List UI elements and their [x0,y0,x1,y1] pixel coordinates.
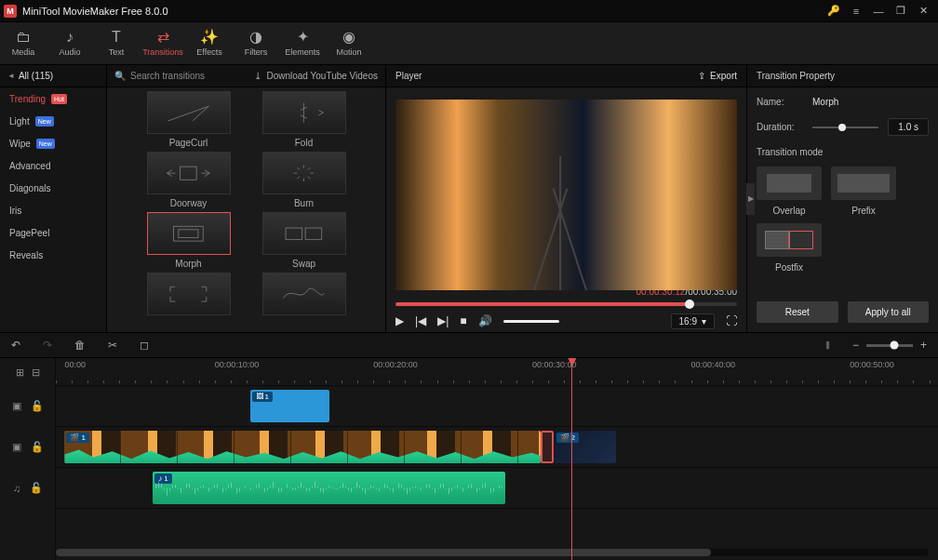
duration-slider[interactable] [812,127,878,128]
clip-audio-1[interactable]: ♪1 [153,472,505,504]
text-icon: T [112,30,121,45]
search-input[interactable]: 🔍Search transitions [107,71,247,81]
aspect-ratio-select[interactable]: 16:9▾ [671,313,715,329]
motion-icon: ◉ [342,30,355,45]
player-title: Player [395,71,422,81]
transition-next-1[interactable] [147,273,231,315]
scrub-track[interactable] [395,302,737,306]
track-lock-icon[interactable]: 🔓 [30,482,43,494]
redo-button[interactable]: ↷ [43,339,52,352]
track-image[interactable]: ▣🔓 🖼1 [56,386,938,427]
export-icon: ⇪ [698,71,705,81]
playhead[interactable] [571,358,572,560]
split-button[interactable]: ✂ [108,339,117,352]
transition-burn[interactable]: Burn [262,152,346,208]
track-type-video-icon: ▣ [12,441,21,453]
sparkle-icon: ✨ [200,30,219,45]
timeline-scrollbar[interactable] [56,549,929,556]
transitions-browser: 🔍Search transitions ⤓Download YouTube Vi… [107,65,386,332]
sidebar-item-wipe[interactable]: WipeNew [0,132,106,154]
sidebar-item-light[interactable]: LightNew [0,110,106,132]
tab-filters[interactable]: ◑Filters [233,22,279,64]
play-button[interactable]: ▶ [395,314,404,327]
tab-audio[interactable]: ♪Audio [47,22,93,64]
track-audio[interactable]: ♫🔓 ♪1 [56,468,938,509]
track-add-icon[interactable]: ⊞ [16,367,24,379]
music-note-icon: ♪ [66,30,74,45]
category-header[interactable]: All (115) [0,65,106,87]
sidebar-item-trending[interactable]: TrendingHot [0,87,106,110]
apply-all-button[interactable]: Apply to all [848,301,930,323]
undo-button[interactable]: ↶ [11,339,20,352]
transition-next-2[interactable] [262,273,346,315]
folder-icon: 🗀 [16,30,31,45]
window-minimize-icon[interactable]: — [867,0,890,22]
tab-motion[interactable]: ◉Motion [326,22,372,64]
mode-label: Transition mode [757,147,929,157]
badge-new: New [36,139,55,149]
badge-new: New [35,116,54,127]
sidebar-item-reveals[interactable]: Reveals [0,244,106,266]
tab-text[interactable]: TText [93,22,140,64]
transition-fold[interactable]: Fold [262,91,346,148]
track-type-image-icon: ▣ [12,400,21,412]
panel-collapse-toggle[interactable]: ▶ [746,183,755,215]
duration-label: Duration: [757,122,803,132]
volume-icon[interactable]: 🔊 [478,314,492,327]
volume-slider[interactable] [503,320,559,323]
tab-transitions[interactable]: ⇄Transitions [140,22,186,64]
svg-line-5 [297,167,300,170]
duration-value[interactable]: 1.0 s [888,118,929,136]
scrub-knob[interactable] [685,300,694,309]
hamburger-menu-icon[interactable]: ≡ [845,0,867,22]
app-title: MiniTool MovieMaker Free 8.0.0 [22,6,168,17]
sidebar-item-advanced[interactable]: Advanced [0,154,106,177]
prev-frame-button[interactable]: |◀ [415,314,426,327]
zoom-slider[interactable] [866,344,913,347]
window-close-icon[interactable]: ✕ [912,0,934,22]
next-frame-button[interactable]: ▶| [437,314,449,327]
export-button[interactable]: ⇪Export [698,71,737,81]
timeline-ruler[interactable]: 00:00 00:00:10:00 00:00:20:00 00:00:30:0… [56,358,938,386]
tab-media[interactable]: 🗀Media [0,22,47,64]
timeline-toolbar: ↶ ↷ 🗑 ✂ ◻ ⦀ − + [0,332,938,358]
snap-button[interactable]: ⦀ [825,339,830,352]
clip-image-1[interactable]: 🖼1 [250,390,329,422]
tab-elements[interactable]: ✦Elements [279,22,326,64]
track-video[interactable]: ▣🔓 🎬1 🎬2 [56,427,938,468]
sidebar-item-pagepeel[interactable]: PagePeel [0,221,106,244]
svg-line-6 [308,167,311,170]
transition-morph[interactable]: Morph [147,212,231,269]
clip-video-2[interactable]: 🎬2 [555,431,616,463]
clip-transition[interactable] [541,431,554,463]
filters-icon: ◑ [249,30,262,45]
reset-button[interactable]: Reset [757,301,838,323]
tab-effects[interactable]: ✨Effects [186,22,233,64]
name-value: Morph [812,97,838,107]
download-youtube-link[interactable]: ⤓Download YouTube Videos [247,71,385,81]
mode-postfix[interactable]: Postfix [757,223,822,273]
elements-icon: ✦ [297,30,309,45]
clip-video-1[interactable]: 🎬1 [64,431,541,463]
track-lock-icon[interactable]: 🔓 [31,400,44,412]
fullscreen-icon[interactable]: ⛶ [726,314,737,327]
sidebar-item-iris[interactable]: Iris [0,199,106,221]
video-preview[interactable] [386,87,746,296]
sidebar-item-diagonals[interactable]: Diagonals [0,177,106,199]
window-maximize-icon[interactable]: ❐ [890,0,912,22]
zoom-control: − + [852,339,927,352]
zoom-in-button[interactable]: + [920,339,927,352]
track-collapse-icon[interactable]: ⊟ [32,367,40,379]
stop-button[interactable]: ■ [460,314,466,327]
track-lock-icon[interactable]: 🔓 [31,441,44,453]
svg-rect-10 [179,230,198,238]
transition-pagecurl[interactable]: PageCurl [147,91,231,148]
crop-button[interactable]: ◻ [140,339,149,352]
transition-doorway[interactable]: Doorway [147,152,231,208]
delete-button[interactable]: 🗑 [74,339,86,352]
mode-prefix[interactable]: Prefix [831,167,896,216]
zoom-out-button[interactable]: − [852,339,859,352]
upgrade-key-icon[interactable]: 🔑 [823,0,845,22]
mode-overlap[interactable]: Overlap [757,167,822,216]
transition-swap[interactable]: Swap [262,212,346,269]
